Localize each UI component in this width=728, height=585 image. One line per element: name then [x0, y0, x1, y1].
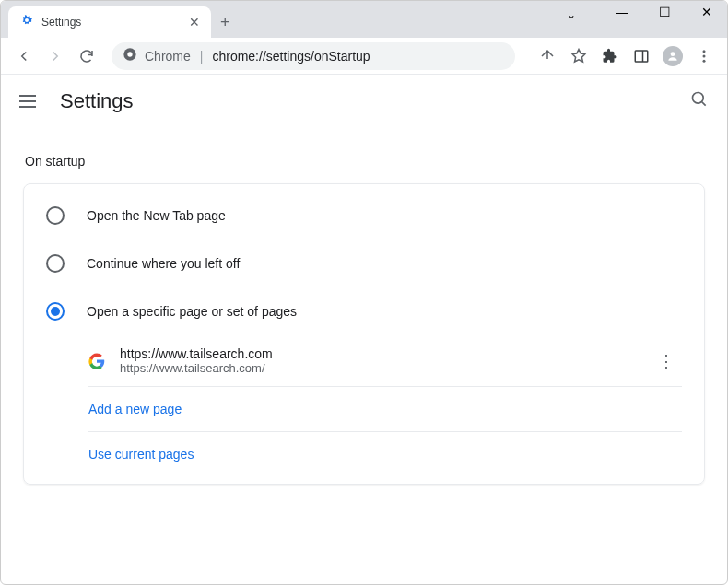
bookmark-star-icon[interactable] [565, 42, 593, 70]
extensions-puzzle-icon[interactable] [596, 42, 624, 70]
google-favicon-icon [88, 353, 105, 369]
svg-point-1 [127, 52, 132, 56]
search-settings-icon[interactable] [690, 90, 709, 112]
window-titlebar: Settings ✕ + ⌄ — ☐ ✕ [1, 1, 727, 38]
forward-button[interactable] [41, 42, 69, 70]
chrome-logo-icon [123, 47, 137, 64]
radio-icon-selected [46, 302, 65, 321]
radio-icon [46, 206, 65, 225]
profile-avatar-icon[interactable] [659, 42, 687, 70]
back-button[interactable] [10, 42, 38, 70]
hamburger-menu-icon[interactable] [19, 90, 41, 112]
kebab-menu-icon[interactable] [690, 42, 718, 70]
maximize-icon[interactable]: ☐ [652, 5, 677, 19]
close-window-icon[interactable]: ✕ [694, 5, 720, 19]
startup-page-entry: https://www.tailsearch.com https://www.t… [88, 335, 682, 387]
minimize-icon[interactable]: — [609, 5, 635, 19]
settings-gear-icon [19, 13, 34, 31]
url-path: chrome://settings/onStartup [212, 49, 370, 64]
svg-rect-2 [635, 51, 648, 62]
window-controls: — ☐ ✕ [609, 5, 720, 19]
url-scheme-label: Chrome [145, 49, 191, 64]
url-separator: | [200, 49, 204, 64]
browser-toolbar: Chrome | chrome://settings/onStartup [1, 38, 727, 75]
page-title: Settings [60, 89, 134, 113]
page-entry-title: https://www.tailsearch.com [120, 346, 636, 361]
page-entry-url: https://www.tailsearch.com/ [120, 361, 636, 375]
radio-label: Open the New Tab page [87, 208, 226, 223]
startup-pages-list: https://www.tailsearch.com https://www.t… [88, 335, 682, 476]
page-entry-kebab-icon[interactable]: ⋮ [651, 351, 682, 371]
tab-list-chevron-icon[interactable]: ⌄ [567, 8, 576, 21]
radio-option-specific-pages[interactable]: Open a specific page or set of pages [24, 287, 704, 335]
radio-option-continue[interactable]: Continue where you left off [24, 240, 704, 287]
settings-content: On startup Open the New Tab page Continu… [1, 154, 727, 485]
reload-button[interactable] [73, 42, 100, 70]
new-tab-button[interactable]: + [220, 13, 230, 32]
use-current-pages-link[interactable]: Use current pages [88, 432, 682, 476]
svg-point-4 [671, 52, 675, 56]
svg-point-5 [703, 50, 706, 53]
settings-header: Settings [1, 75, 727, 128]
page-info: https://www.tailsearch.com https://www.t… [120, 346, 636, 375]
add-page-link[interactable]: Add a new page [88, 387, 682, 432]
svg-point-7 [703, 59, 706, 62]
share-icon[interactable] [534, 42, 561, 70]
startup-card: Open the New Tab page Continue where you… [23, 183, 705, 485]
svg-line-9 [702, 102, 706, 106]
tab-title: Settings [41, 16, 182, 29]
address-bar[interactable]: Chrome | chrome://settings/onStartup [112, 42, 515, 70]
svg-point-6 [703, 54, 706, 57]
svg-point-8 [693, 93, 704, 104]
radio-option-new-tab[interactable]: Open the New Tab page [24, 192, 704, 240]
side-panel-icon[interactable] [628, 42, 655, 70]
radio-icon [46, 254, 65, 273]
browser-tab[interactable]: Settings ✕ [8, 6, 211, 38]
radio-label: Open a specific page or set of pages [87, 304, 297, 319]
close-tab-icon[interactable]: ✕ [189, 15, 200, 29]
radio-label: Continue where you left off [87, 256, 240, 271]
section-heading: On startup [25, 154, 705, 169]
